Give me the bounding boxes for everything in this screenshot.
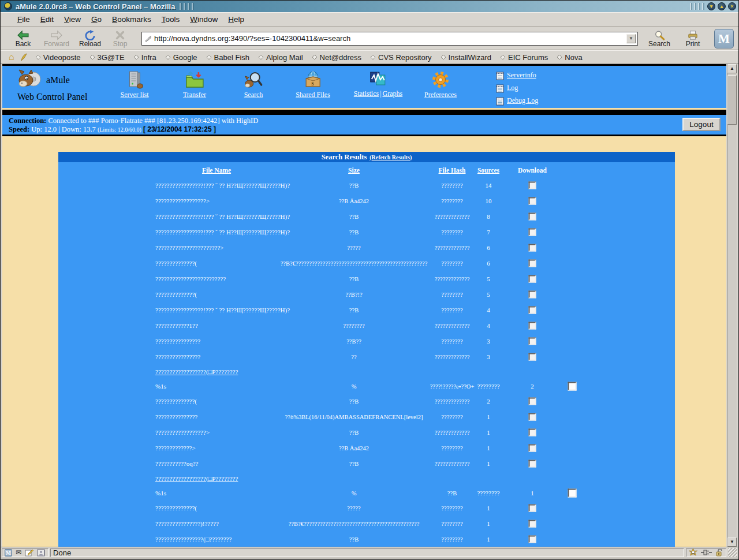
download-checkbox[interactable]: [529, 197, 536, 204]
bookmark-item[interactable]: CVS Repository: [370, 53, 431, 62]
close-button[interactable]: ×: [728, 2, 736, 10]
url-input[interactable]: [152, 34, 626, 43]
download-checkbox[interactable]: [529, 504, 536, 512]
scrollbar-thumb[interactable]: [727, 75, 737, 125]
file-size: ??B: [349, 182, 359, 188]
bookmark-item[interactable]: Nova: [557, 53, 582, 62]
download-checkbox[interactable]: [529, 444, 536, 451]
url-bar: ▼: [141, 32, 638, 46]
menu-item[interactable]: File: [12, 14, 35, 25]
download-checkbox[interactable]: [529, 322, 536, 329]
column-sources[interactable]: Sources: [477, 167, 499, 174]
file-name: ??????????????(: [155, 260, 197, 267]
nav-search[interactable]: Search: [244, 70, 263, 99]
bookmark-item[interactable]: Videoposte: [35, 53, 81, 62]
menu-item[interactable]: Bookmarks: [107, 14, 156, 25]
nav-statistics-graphs[interactable]: Statistics|Graphs: [354, 70, 402, 98]
download-checkbox[interactable]: [529, 337, 536, 345]
menu-item[interactable]: View: [59, 14, 86, 25]
mail-icon[interactable]: ✉: [16, 549, 21, 557]
download-checkbox[interactable]: [529, 535, 536, 543]
nav-server-list[interactable]: Server list: [121, 70, 149, 99]
download-checkbox[interactable]: [529, 460, 536, 467]
reload-button[interactable]: Reload: [73, 28, 107, 50]
column-size[interactable]: Size: [348, 167, 360, 174]
bookmark-tag-icon: [258, 54, 264, 60]
menu-item[interactable]: Go: [86, 14, 107, 25]
maximize-button[interactable]: ▴: [718, 2, 726, 10]
back-button[interactable]: Back: [6, 28, 40, 50]
download-checkbox[interactable]: [529, 397, 536, 405]
address-book-icon[interactable]: [37, 549, 46, 557]
stop-button[interactable]: Stop: [107, 28, 133, 50]
url-dropdown-button[interactable]: ▼: [626, 34, 636, 43]
menu-item[interactable]: Tools: [156, 14, 185, 25]
log-link[interactable]: Log: [496, 82, 538, 94]
security-lock-open-icon[interactable]: [715, 548, 723, 557]
bookmark-item[interactable]: Google: [165, 53, 197, 62]
print-button[interactable]: Print: [676, 28, 710, 50]
menu-item[interactable]: Window: [185, 14, 223, 25]
download-checkbox[interactable]: [529, 306, 536, 313]
nav-preferences[interactable]: Preferences: [424, 70, 457, 99]
file-size: %: [352, 383, 357, 389]
scroll-down-button[interactable]: ▼: [727, 537, 737, 547]
column-file-name[interactable]: File Name: [202, 167, 231, 174]
sources-count: ????????: [477, 383, 499, 390]
sources-count: 3: [487, 338, 490, 345]
download-checkbox[interactable]: [568, 382, 577, 390]
download-checkbox[interactable]: [529, 275, 536, 282]
refetch-results-link[interactable]: (Refetch Results): [370, 154, 412, 160]
bookmark-item[interactable]: Infra: [133, 53, 156, 62]
menu-item[interactable]: Edit: [35, 14, 59, 25]
download-checkbox[interactable]: [529, 353, 536, 360]
file-size: ??B: [349, 536, 359, 542]
bookmark-tag-icon: [557, 54, 562, 60]
download-checkbox[interactable]: [529, 244, 536, 251]
sources-count: 6: [487, 260, 490, 267]
home-icon[interactable]: ⌂: [9, 53, 14, 62]
column-file-hash[interactable]: File Hash: [439, 167, 466, 174]
bookmark-item[interactable]: Alplog Mail: [258, 53, 303, 62]
popup-blocker-icon[interactable]: [689, 548, 697, 557]
online-plug-icon[interactable]: [701, 549, 712, 556]
mozilla-logo[interactable]: M: [714, 29, 734, 48]
bookmark-item[interactable]: EIC Forums: [500, 53, 548, 62]
window-menu-icon[interactable]: [4, 2, 12, 10]
bookmarks-quill-icon[interactable]: [20, 53, 27, 61]
vertical-scrollbar[interactable]: ▲ ▼: [727, 64, 737, 547]
nav-shared-files[interactable]: S Shared Files: [296, 70, 330, 99]
download-checkbox[interactable]: [529, 259, 536, 267]
download-checkbox[interactable]: [529, 413, 536, 420]
minimize-button[interactable]: ▾: [707, 2, 715, 10]
download-checkbox[interactable]: [568, 488, 577, 497]
download-checkbox[interactable]: [529, 228, 536, 236]
navigator-icon[interactable]: M: [5, 549, 12, 557]
download-checkbox[interactable]: [529, 212, 536, 220]
download-checkbox[interactable]: [529, 181, 536, 189]
connection-bar: Connection: Connected to ### Porno-Flatr…: [2, 115, 726, 135]
url-page-icon: [144, 35, 152, 42]
result-row: ?????????????????!??? ˘ ?? H??Щ??????Щ??…: [58, 177, 675, 193]
bookmark-item[interactable]: Net@ddress: [312, 53, 361, 62]
download-checkbox[interactable]: [529, 520, 536, 527]
bookmark-item[interactable]: Babel Fish: [206, 53, 249, 62]
download-checkbox[interactable]: [529, 428, 536, 436]
forward-button[interactable]: Forward: [40, 28, 73, 50]
scroll-up-button[interactable]: ▲: [727, 64, 737, 73]
download-checkbox[interactable]: [529, 290, 536, 298]
composer-icon[interactable]: [25, 549, 33, 557]
sources-count: 4: [487, 307, 490, 313]
log-link[interactable]: Serverinfo: [496, 69, 538, 81]
search-button[interactable]: Search: [643, 28, 676, 50]
sources-count: 2: [487, 398, 490, 405]
menu-item[interactable]: Help: [223, 14, 249, 25]
sources-count: 1: [487, 460, 490, 467]
logout-button[interactable]: Logout: [682, 118, 721, 131]
nav-transfer[interactable]: Transfer: [183, 70, 206, 99]
log-link[interactable]: Debug Log: [496, 95, 538, 106]
titlebar-ridges: [690, 3, 705, 10]
resize-grip[interactable]: [728, 548, 737, 557]
bookmark-item[interactable]: InstallWizard: [441, 53, 491, 62]
bookmark-item[interactable]: 3G@TE: [89, 53, 125, 62]
